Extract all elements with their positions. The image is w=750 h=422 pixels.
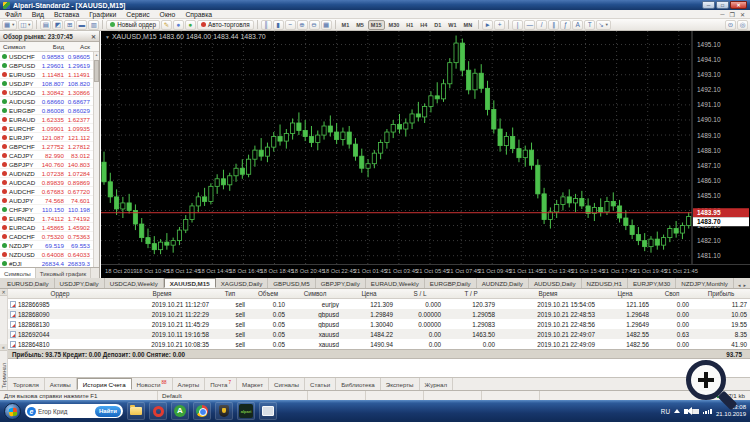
start-button[interactable]	[4, 403, 21, 420]
market-watch-row-AUDNZD[interactable]: AUDNZD1.072381.07284	[0, 169, 99, 178]
opera-taskbar-icon[interactable]	[149, 402, 167, 420]
market-watch-row-AUDCAD[interactable]: AUDCAD0.898390.89869	[0, 178, 99, 187]
market-watch-row-AUDUSD[interactable]: AUDUSD0.686600.68677	[0, 97, 99, 106]
terminal-col-1[interactable]: Время	[112, 290, 212, 297]
zoom-in-icon[interactable]: ⊕	[297, 20, 308, 30]
status-profile[interactable]: Default	[158, 391, 308, 400]
chrome-taskbar-icon[interactable]	[193, 402, 211, 420]
mdi-restore-button[interactable]: ❐	[730, 11, 735, 18]
zoom-out-icon[interactable]: ⊖	[309, 20, 320, 30]
alpari-taskbar-icon[interactable]: alpari	[237, 402, 255, 420]
terminal-tab-Эксперты[interactable]: Эксперты	[381, 378, 420, 390]
indicators-icon[interactable]: ⊙	[725, 20, 736, 30]
arrows-icon[interactable]: ↘▼	[596, 20, 610, 30]
terminal-col-9[interactable]: Цена	[598, 290, 652, 297]
chart-tab-EURGBP,Daily[interactable]: EURGBP,Daily	[425, 278, 477, 288]
terminal-col-3[interactable]: Объем	[248, 290, 288, 297]
order-row-182866985[interactable]: 1828669852019.10.21 11:12:07sell0.10eurj…	[8, 299, 750, 309]
timeframe-D1[interactable]: D1	[431, 20, 444, 30]
chart-area[interactable]: ▼XAUUSD,M15 1483.60 1484.00 1483.44 1483…	[101, 31, 750, 278]
timeframe-H1[interactable]: H1	[403, 20, 416, 30]
terminal-tab-Алерты[interactable]: Алерты	[173, 378, 206, 390]
market-watch-row-EURUSD[interactable]: EURUSD1.114811.11491	[0, 70, 99, 79]
experts-icon[interactable]: ●	[173, 20, 184, 30]
history-center-icon[interactable]: ●	[185, 20, 196, 30]
data-window-toggle-icon[interactable]: ◩	[52, 20, 63, 30]
market-watch-row-USDCHF[interactable]: USDCHF0.985830.98605	[0, 52, 99, 61]
network-icon[interactable]	[703, 409, 712, 414]
chart-tab-XAUUSD,M15[interactable]: XAUUSD,M15	[164, 278, 216, 288]
terminal-toggle-icon[interactable]: ▬	[76, 20, 87, 30]
metaeditor-icon[interactable]: ✎	[161, 20, 172, 30]
chart-tabs-scroll[interactable]: ◂▸	[738, 282, 750, 288]
terminal-tab-Библиотека[interactable]: Библиотека	[336, 378, 381, 390]
mdi-close-button[interactable]: ✕	[740, 11, 745, 18]
market-watch-row-#DJI[interactable]: #DJI26834.426839.3	[0, 259, 99, 267]
market-watch-row-USDJPY[interactable]: USDJPY108.807108.820	[0, 79, 99, 88]
navigator-toggle-icon[interactable]: ⊞	[64, 20, 75, 30]
order-row-182692044[interactable]: 1826920442019.10.11 19:16:58sell0.05xauu…	[8, 329, 750, 339]
chart-tab-AUDUSD,Daily[interactable]: AUDUSD,Daily	[529, 278, 582, 288]
chart-tab-XAGUSD,Daily[interactable]: XAGUSD,Daily	[216, 278, 269, 288]
terminal-col-0[interactable]: Ордер	[8, 290, 112, 297]
chart-tab-AUDNZD,Daily[interactable]: AUDNZD,Daily	[477, 278, 529, 288]
expand-ohlc-icon[interactable]: ▼	[105, 34, 110, 40]
order-row-182868130[interactable]: 1828681302019.10.21 11:45:29sell0.05gbpu…	[8, 319, 750, 329]
search-icon[interactable]: ◎	[737, 20, 748, 30]
market-watch-row-CADJPY[interactable]: CADJPY82.99083.012	[0, 151, 99, 160]
menu-Сервис[interactable]: Сервис	[121, 11, 154, 18]
taskbar-search[interactable]: e Егор Крид Найти	[25, 404, 123, 418]
terminal-tab-Журнал[interactable]: Журнал	[420, 378, 454, 390]
timeframe-M1[interactable]: M1	[339, 20, 353, 30]
terminal-col-10[interactable]: Своп	[652, 290, 692, 297]
market-watch-close-icon[interactable]: ✕	[91, 33, 96, 40]
text-icon[interactable]: A	[572, 20, 583, 30]
timeframe-MN[interactable]: MN	[461, 20, 476, 30]
autotrading-button[interactable]: Авто-торговля	[197, 20, 254, 30]
terminal-tab-Маркет[interactable]: Маркет	[237, 378, 269, 390]
notepad-taskbar-icon[interactable]	[259, 402, 277, 420]
market-watch-row-EURJPY[interactable]: EURJPY121.087121.112	[0, 133, 99, 142]
show-hidden-icons[interactable]	[674, 409, 680, 413]
terminal-col-6[interactable]: S / L	[396, 290, 444, 297]
timeframe-M5[interactable]: M5	[353, 20, 367, 30]
chart-tab-GBPJPY,Daily[interactable]: GBPJPY,Daily	[316, 278, 366, 288]
terminal-col-11[interactable]: Прибыль	[692, 290, 750, 297]
terminal-col-5[interactable]: Цена	[342, 290, 396, 297]
terminal-tab-Сигналы[interactable]: Сигналы	[269, 378, 305, 390]
profiles-icon[interactable]: ◫▼	[18, 20, 33, 30]
search-submit-button[interactable]: Найти	[95, 406, 121, 417]
timeframe-W1[interactable]: W1	[445, 20, 459, 30]
market-watch-row-AUDCHF[interactable]: AUDCHF0.676830.67720	[0, 187, 99, 196]
market-watch-row-AUDJPY[interactable]: AUDJPY74.56874.601	[0, 196, 99, 205]
candles-chart-icon[interactable]: ▮	[273, 20, 284, 30]
vertical-line-icon[interactable]: |	[512, 20, 523, 30]
market-watch-row-EURGBP[interactable]: EURGBP0.860080.86029	[0, 106, 99, 115]
chart-tab-EURAUD,Weekly[interactable]: EURAUD,Weekly	[366, 278, 425, 288]
bars-chart-icon[interactable]: ║	[261, 20, 272, 30]
terminal-tab-История Счета[interactable]: История Счета	[77, 378, 132, 390]
market-watch-row-EURNZD[interactable]: EURNZD1.741121.74192	[0, 214, 99, 223]
fibonacci-icon[interactable]: ƒ	[560, 20, 571, 30]
horizontal-line-icon[interactable]: —	[524, 20, 535, 30]
explorer-taskbar-icon[interactable]	[127, 402, 145, 420]
chart-tab-NZDJPY,Monthly[interactable]: NZDJPY,Monthly	[676, 278, 734, 288]
maximize-button[interactable]: □	[716, 1, 729, 9]
trendline-icon[interactable]: /	[536, 20, 547, 30]
terminal-col-7[interactable]: T / P	[444, 290, 498, 297]
market-watch-row-EURCHF[interactable]: EURCHF1.099011.09935	[0, 124, 99, 133]
new-order-button[interactable]: Новый ордер	[106, 20, 160, 30]
terminal-col-4[interactable]: Символ	[288, 290, 342, 297]
menu-Вид[interactable]: Вид	[27, 11, 49, 18]
market-watch-row-NZDJPY[interactable]: NZDJPY69.51969.553	[0, 241, 99, 250]
order-row-182864810[interactable]: 1828648102019.10.21 10:08:35sell0.05xauu…	[8, 339, 750, 349]
mdi-minimize-button[interactable]: ─	[720, 11, 724, 18]
label-icon[interactable]: T	[584, 20, 595, 30]
menu-Окно[interactable]: Окно	[155, 11, 181, 18]
order-row-182868090[interactable]: 1828680902019.10.21 11:22:29sell0.05gbpu…	[8, 309, 750, 319]
chart-tab-USDCAD,Weekly[interactable]: USDCAD,Weekly	[105, 278, 164, 288]
minimize-button[interactable]: ─	[702, 1, 715, 9]
chart-tab-GBPUSD,M5[interactable]: GBPUSD,M5	[268, 278, 315, 288]
line-chart-icon[interactable]: ~	[285, 20, 296, 30]
timeframe-M30[interactable]: M30	[386, 20, 403, 30]
